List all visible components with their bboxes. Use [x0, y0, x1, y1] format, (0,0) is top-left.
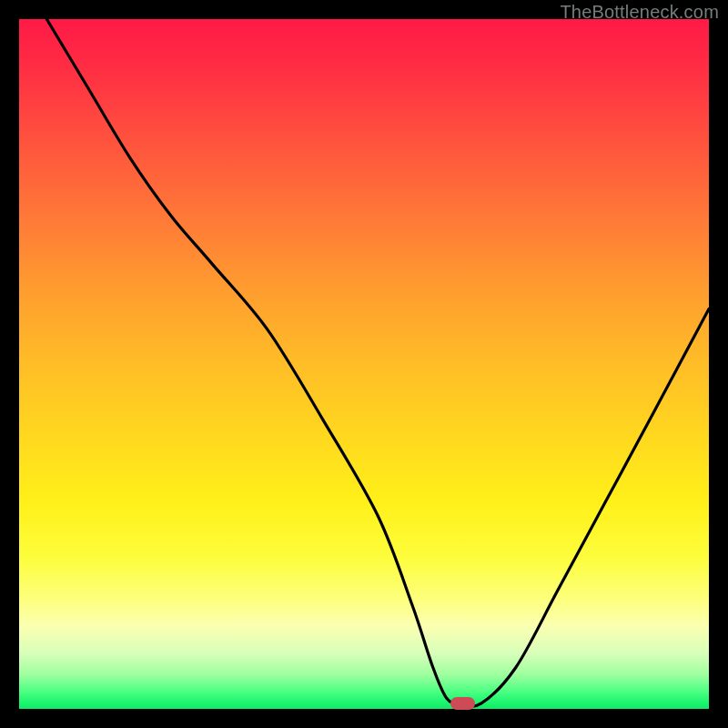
- watermark-text: TheBottleneck.com: [560, 2, 719, 23]
- bottleneck-curve: [19, 19, 709, 709]
- chart-frame: TheBottleneck.com: [0, 0, 728, 728]
- optimal-marker: [450, 697, 475, 710]
- curve-path: [46, 19, 709, 706]
- plot-area: [19, 19, 709, 709]
